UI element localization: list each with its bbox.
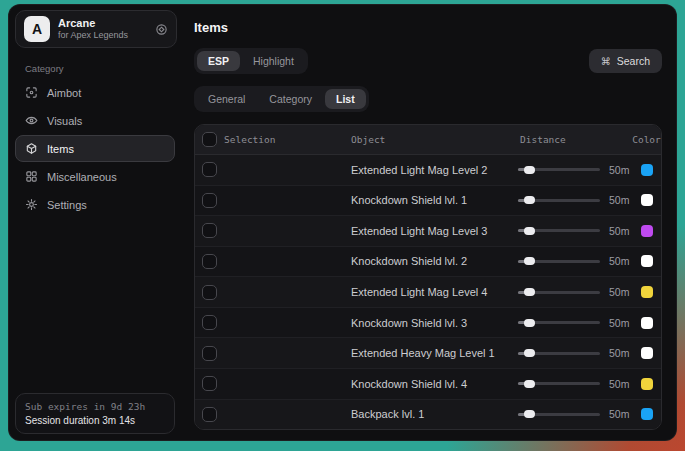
table-row: Extended Light Mag Level 250m (195, 155, 661, 185)
distance-cell: 50m (518, 164, 632, 176)
distance-cell: 50m (518, 286, 632, 298)
slider-handle[interactable] (524, 227, 535, 235)
distance-value: 50m (609, 408, 629, 420)
color-cell (641, 164, 653, 176)
select-all-checkbox[interactable] (202, 132, 217, 147)
color-cell (641, 286, 653, 298)
tab-esp[interactable]: ESP (197, 51, 240, 71)
row-checkbox[interactable] (202, 315, 217, 330)
color-swatch[interactable] (641, 194, 653, 206)
app-logo: A (24, 16, 50, 42)
row-checkbox[interactable] (202, 162, 217, 177)
distance-cell: 50m (518, 408, 632, 420)
color-swatch[interactable] (641, 347, 653, 359)
table-row: Extended Light Mag Level 350m (195, 215, 661, 246)
slider-handle[interactable] (524, 380, 535, 388)
color-swatch[interactable] (641, 255, 653, 267)
color-swatch[interactable] (641, 164, 653, 176)
distance-value: 50m (609, 164, 629, 176)
search-label: Search (617, 55, 650, 67)
distance-slider[interactable] (518, 321, 600, 324)
row-checkbox[interactable] (202, 346, 217, 361)
brand-card: A Arcane for Apex Legends (15, 10, 177, 48)
sidebar-item-miscellaneous[interactable]: Miscellaneous (15, 163, 175, 190)
table-row: Backpack lvl. 150m (195, 399, 661, 430)
row-checkbox[interactable] (202, 254, 217, 269)
distance-cell: 50m (518, 317, 632, 329)
distance-slider[interactable] (518, 291, 600, 294)
color-cell (641, 194, 653, 206)
color-swatch[interactable] (641, 378, 653, 390)
emblem-icon[interactable] (155, 23, 168, 36)
slider-handle[interactable] (524, 349, 535, 357)
sidebar-item-visuals[interactable]: Visuals (15, 107, 175, 134)
color-swatch[interactable] (641, 408, 653, 420)
slider-handle[interactable] (524, 257, 535, 265)
color-swatch[interactable] (641, 317, 653, 329)
sidebar-item-aimbot[interactable]: Aimbot (15, 79, 175, 106)
gear-icon (25, 198, 38, 211)
table-row: Extended Heavy Mag Level 150m (195, 337, 661, 368)
row-checkbox[interactable] (202, 285, 217, 300)
row-checkbox[interactable] (202, 223, 217, 238)
tabs-row: ESPHighlight ⌘ Search (194, 48, 662, 74)
table-row: Knockdown Shield lvl. 150m (195, 185, 661, 216)
color-cell (641, 255, 653, 267)
color-cell (641, 317, 653, 329)
slider-handle[interactable] (524, 288, 535, 296)
sidebar-item-label: Aimbot (47, 87, 81, 99)
object-name: Backpack lvl. 1 (349, 408, 518, 420)
subtab-general[interactable]: General (197, 89, 256, 109)
distance-slider[interactable] (518, 352, 600, 355)
tab-highlight[interactable]: Highlight (242, 51, 305, 71)
distance-cell: 50m (518, 194, 632, 206)
color-cell (641, 225, 653, 237)
distance-slider[interactable] (518, 199, 600, 202)
object-name: Extended Heavy Mag Level 1 (349, 347, 518, 359)
header-selection: Selection (222, 134, 349, 145)
distance-slider[interactable] (518, 382, 600, 385)
slider-handle[interactable] (524, 166, 535, 174)
distance-cell: 50m (518, 378, 632, 390)
color-swatch[interactable] (641, 286, 653, 298)
subtab-list[interactable]: List (325, 89, 366, 109)
sidebar-item-label: Items (47, 143, 74, 155)
subtab-category[interactable]: Category (258, 89, 323, 109)
session-duration-text: Session duration 3m 14s (25, 415, 165, 426)
category-label: Category (25, 63, 177, 74)
distance-slider[interactable] (518, 229, 600, 232)
distance-value: 50m (609, 225, 629, 237)
distance-value: 50m (609, 317, 629, 329)
sidebar-item-items[interactable]: Items (15, 135, 175, 162)
color-swatch[interactable] (641, 225, 653, 237)
table-row: Extended Light Mag Level 450m (195, 276, 661, 307)
distance-slider[interactable] (518, 168, 600, 171)
brand-text: Arcane for Apex Legends (58, 17, 128, 41)
items-table: Selection Object Distance Color Extended… (194, 124, 662, 430)
package-icon (25, 142, 38, 155)
slider-handle[interactable] (524, 410, 535, 418)
row-checkbox[interactable] (202, 193, 217, 208)
object-name: Knockdown Shield lvl. 2 (349, 255, 518, 267)
search-button[interactable]: ⌘ Search (589, 49, 662, 73)
sidebar-item-settings[interactable]: Settings (15, 191, 175, 218)
distance-value: 50m (609, 347, 629, 359)
table-row: Knockdown Shield lvl. 350m (195, 307, 661, 338)
table-body: Extended Light Mag Level 250mKnockdown S… (195, 155, 661, 429)
slider-handle[interactable] (524, 196, 535, 204)
view-subtabs: GeneralCategoryList (194, 86, 369, 112)
header-color: Color (632, 134, 661, 145)
row-checkbox[interactable] (202, 376, 217, 391)
command-key-icon: ⌘ (601, 56, 611, 67)
table-header-row: Selection Object Distance Color (195, 125, 661, 155)
row-checkbox[interactable] (202, 407, 217, 422)
sidebar-item-label: Miscellaneous (47, 171, 117, 183)
brand-subtitle: for Apex Legends (58, 30, 128, 41)
slider-handle[interactable] (524, 319, 535, 327)
sidebar-item-label: Visuals (47, 115, 82, 127)
distance-slider[interactable] (518, 260, 600, 263)
main-panel: Items ESPHighlight ⌘ Search GeneralCateg… (179, 5, 676, 440)
header-object: Object (349, 134, 518, 145)
distance-slider[interactable] (518, 413, 600, 416)
distance-cell: 50m (518, 347, 632, 359)
